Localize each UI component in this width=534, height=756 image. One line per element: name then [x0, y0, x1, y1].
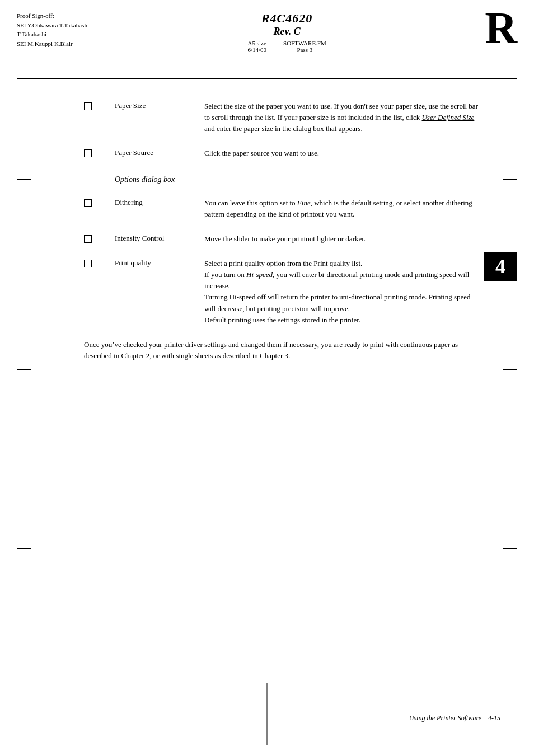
checkbox-icon-4 [84, 235, 92, 243]
checkbox-icon-2 [84, 149, 92, 157]
bottom-left-line [48, 700, 48, 745]
bottom-center-line [267, 683, 268, 745]
dithering-marker [84, 198, 115, 207]
revision: Rev. C [247, 26, 326, 37]
header: Proof Sign-off: SEI Y.Ohkawara T.Takahas… [0, 11, 534, 53]
margin-mark-2 [503, 179, 517, 180]
checkbox-icon-5 [84, 260, 92, 267]
user-defined-size: User Defined Size [421, 113, 474, 121]
intensity-marker [84, 233, 115, 243]
print-quality-desc: Select a print quality option from the P… [204, 258, 478, 326]
fine-option: Fine [297, 199, 311, 207]
main-content: Paper Size Select the size of the paper … [84, 101, 478, 361]
options-heading: Options dialog box [115, 175, 478, 184]
margin-mark-3 [17, 369, 31, 370]
meta-left: A5 size 6/14/00 [247, 40, 266, 53]
print-quality-item: Print quality Select a print quality opt… [84, 258, 478, 326]
side-line-left [48, 87, 48, 678]
sei1: SEI Y.Ohkawara T.Takahashi [17, 21, 89, 30]
sei2: SEI M.Kauppi K.Blair [17, 39, 89, 49]
model-number: R4C4620 [247, 11, 326, 26]
checkbox-icon-3 [84, 199, 92, 207]
paper-source-term: Paper Source [115, 148, 204, 157]
pass: Pass 3 [283, 46, 326, 53]
bottom-right-line [486, 700, 486, 745]
paper-size-desc: Select the size of the paper you want to… [204, 101, 478, 134]
meta-right: SOFTWARE.FM Pass 3 [283, 40, 326, 53]
paper-source-item: Paper Source Click the paper source you … [84, 148, 478, 159]
dithering-term: Dithering [115, 198, 204, 207]
header-rule [17, 78, 517, 79]
chapter-letter: R [485, 6, 517, 50]
proof-label: Proof Sign-off: [17, 11, 89, 21]
header-left: Proof Sign-off: SEI Y.Ohkawara T.Takahas… [17, 11, 89, 48]
footer-page: 4-15 [488, 714, 500, 722]
paper-size-item: Paper Size Select the size of the paper … [84, 101, 478, 134]
header-meta: A5 size 6/14/00 SOFTWARE.FM Pass 3 [247, 40, 326, 53]
closing-paragraph: Once you’ve checked your printer driver … [84, 339, 478, 361]
chapter-number: 4 [495, 255, 505, 278]
print-quality-marker [84, 258, 115, 267]
paper-source-marker [84, 148, 115, 157]
intensity-term: Intensity Control [115, 233, 204, 243]
page: Proof Sign-off: SEI Y.Ohkawara T.Takahas… [0, 0, 534, 756]
margin-mark-6 [503, 548, 517, 549]
intensity-item: Intensity Control Move the slider to mak… [84, 233, 478, 245]
paper-size-term: Paper Size [115, 101, 204, 110]
side-line-right [486, 87, 486, 678]
dithering-desc: You can leave this option set to Fine, w… [204, 198, 478, 220]
dithering-item: Dithering You can leave this option set … [84, 198, 478, 220]
margin-mark-4 [503, 369, 517, 370]
intensity-desc: Move the slider to make your printout li… [204, 233, 478, 245]
paper-source-desc: Click the paper source you want to use. [204, 148, 478, 159]
file: SOFTWARE.FM [283, 40, 326, 46]
header-center: R4C4620 Rev. C A5 size 6/14/00 SOFTWARE.… [247, 11, 326, 53]
hi-speed-option: Hi-speed [246, 270, 273, 279]
footer-text: Using the Printer Software 4-15 [409, 714, 500, 722]
paper-size-marker [84, 101, 115, 110]
chapter-box: 4 [484, 252, 517, 281]
margin-mark-1 [17, 179, 31, 180]
print-quality-term: Print quality [115, 258, 204, 267]
date: 6/14/00 [247, 46, 266, 53]
size-label: A5 size [247, 40, 266, 46]
checkbox-icon [84, 102, 92, 110]
continuation: T.Takahashi [17, 30, 89, 39]
margin-mark-5 [17, 548, 31, 549]
footer-label: Using the Printer Software [409, 714, 481, 722]
